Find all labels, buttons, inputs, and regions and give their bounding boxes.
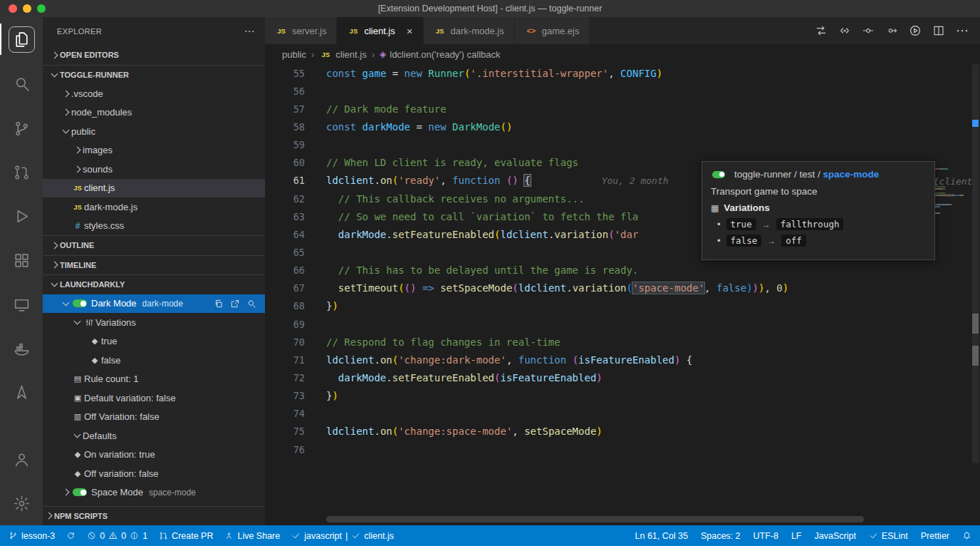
tab-game-ejs[interactable]: <>game.ejs <box>515 17 590 44</box>
live-share[interactable]: Live Share <box>224 531 280 541</box>
section-launchdarkly[interactable]: LAUNCHDARKLY <box>43 274 265 294</box>
eslint-status[interactable]: ESLint <box>869 531 908 541</box>
overview-ruler[interactable] <box>970 64 980 525</box>
activity-pull-request[interactable] <box>0 150 43 194</box>
eol[interactable]: LF <box>791 531 802 541</box>
activity-source-control[interactable] <box>0 105 43 150</box>
tree-item-client-js[interactable]: JSclient.js <box>43 179 265 198</box>
item-key-label: dark-mode <box>142 299 183 309</box>
cursor-position[interactable]: Ln 61, Col 35 <box>635 531 688 541</box>
item-label: dark-mode.js <box>84 202 137 212</box>
variation-row: •false→off <box>717 235 926 247</box>
close-button[interactable] <box>9 4 17 13</box>
traffic-lights <box>9 4 46 13</box>
tree-item-sounds[interactable]: sounds <box>43 160 265 179</box>
branch-icon <box>9 531 18 540</box>
circle-arrow-icon[interactable] <box>885 24 898 37</box>
tree-item-images[interactable]: images <box>43 141 265 160</box>
commit-icon[interactable] <box>862 24 875 37</box>
more-icon[interactable]: ⋯ <box>956 24 969 37</box>
activity-search[interactable] <box>0 61 43 105</box>
compare-icon[interactable] <box>815 24 828 37</box>
activity-explorer[interactable] <box>0 17 43 61</box>
horizontal-scrollbar[interactable] <box>326 516 864 522</box>
code-line-58: 58const darkMode = new DarkMode() <box>265 118 980 135</box>
code-line-55: 55const game = new Runner('.interstitial… <box>265 64 980 82</box>
prettier-status[interactable]: Prettier <box>921 531 949 541</box>
chevron-right-icon <box>43 513 54 518</box>
play-circle-icon[interactable] <box>909 24 922 37</box>
language-status[interactable]: javascript|client.js <box>291 531 394 541</box>
section-npm-scripts[interactable]: NPM SCRIPTS <box>43 506 265 526</box>
tree-item-off-variation-false[interactable]: ▥Off Variation: false <box>43 408 265 427</box>
code-text: // Dark mode feature <box>313 103 980 115</box>
activity-extensions[interactable] <box>0 238 43 282</box>
tree-item--vscode[interactable]: .vscode <box>43 84 265 103</box>
minimap[interactable] <box>903 64 970 525</box>
item-label: styles.css <box>84 220 124 231</box>
tree-item-default-variation-false[interactable]: ▣Default variation: false <box>43 388 265 408</box>
indentation[interactable]: Spaces: 2 <box>701 531 741 541</box>
chevron-down-icon <box>60 302 71 305</box>
activity-remote-explorer[interactable] <box>0 282 43 326</box>
code-line-70: 70// Respond to flag changes in real-tim… <box>265 333 980 351</box>
more-actions-icon[interactable]: ⋯ <box>244 25 255 38</box>
breadcrumb-label: ldclient.on('ready') callback <box>390 49 500 60</box>
code-preview-icon[interactable] <box>838 24 851 37</box>
copy-icon[interactable] <box>214 299 224 309</box>
tree-item-dark-mode-js[interactable]: JSdark-mode.js <box>43 197 265 217</box>
search-small-icon[interactable] <box>246 299 256 309</box>
tree-item-space-mode[interactable]: Space Modespace-mode <box>43 483 265 503</box>
tree-item-rule-count-1[interactable]: ▤Rule count: 1 <box>43 370 265 389</box>
breadcrumb-1[interactable]: public <box>282 49 306 60</box>
git-branch-status[interactable]: lesson-3 <box>9 531 55 541</box>
search-icon <box>13 75 31 93</box>
tree-item-node-modules[interactable]: node_modules <box>43 103 265 123</box>
open-external-icon[interactable] <box>230 299 240 309</box>
encoding[interactable]: UTF-8 <box>753 531 778 541</box>
ruler-mark <box>972 314 979 334</box>
code-text: // Respond to flag changes in real-time <box>313 336 980 348</box>
activity-account[interactable] <box>0 437 43 481</box>
tree-item-variations[interactable]: Variations <box>43 313 265 332</box>
activity-docker[interactable] <box>0 326 43 371</box>
notifications[interactable] <box>962 531 971 540</box>
tree-item-false[interactable]: ◆false <box>43 351 265 370</box>
breadcrumb-3[interactable]: ◈ldclient.on('ready') callback <box>380 49 501 60</box>
tree-item-public[interactable]: public <box>43 122 265 141</box>
section-timeline[interactable]: TIMELINE <box>43 255 265 275</box>
code-editor[interactable]: 55const game = new Runner('.interstitial… <box>265 64 980 525</box>
split-editor-icon[interactable] <box>932 24 945 37</box>
tab-client-js[interactable]: JSclient.js× <box>337 17 423 44</box>
section-open-editors[interactable]: OPEN EDITORS <box>43 46 265 65</box>
tree-item-defaults[interactable]: Defaults <box>43 426 265 445</box>
tab-server-js[interactable]: JSserver.js <box>265 17 337 44</box>
zoom-button[interactable] <box>37 4 46 13</box>
breadcrumb-2[interactable]: JSclient.js <box>319 49 366 60</box>
create-pr[interactable]: Create PR <box>159 531 213 541</box>
activity-run-debug[interactable] <box>0 194 43 238</box>
status-text: LF <box>791 531 802 541</box>
tree-item-off-variation-false[interactable]: ◆Off variation: false <box>43 464 265 483</box>
item-label: true <box>101 336 117 346</box>
tab-dark-mode-js[interactable]: JSdark-mode.js <box>424 17 515 44</box>
chevron-down-icon <box>71 434 83 437</box>
minimize-button[interactable] <box>23 4 31 13</box>
status-text: 0 <box>121 531 126 541</box>
line-number: 69 <box>265 319 313 330</box>
item-label: Dark Mode <box>91 298 137 309</box>
section-outline[interactable]: OUTLINE <box>43 235 265 255</box>
tree-item-true[interactable]: ◆true <box>43 332 265 351</box>
section-toggle-runner[interactable]: TOGGLE-RUNNER <box>43 65 265 85</box>
language-mode[interactable]: JavaScript <box>815 531 856 541</box>
tree-item-styles-css[interactable]: #styles.css <box>43 217 265 236</box>
activity-settings[interactable] <box>0 481 43 525</box>
flag-name-link[interactable]: space-mode <box>823 169 880 180</box>
sync-status[interactable] <box>66 531 75 540</box>
activity-launchdarkly[interactable] <box>0 371 43 415</box>
tree-item-on-variation-true[interactable]: ◆On variation: true <box>43 445 265 465</box>
problems-status[interactable]: 001 <box>87 531 147 541</box>
tree-item-dark-mode[interactable]: Dark Modedark-mode <box>43 294 265 314</box>
sliders-icon <box>83 318 95 327</box>
close-icon[interactable]: × <box>407 25 413 37</box>
